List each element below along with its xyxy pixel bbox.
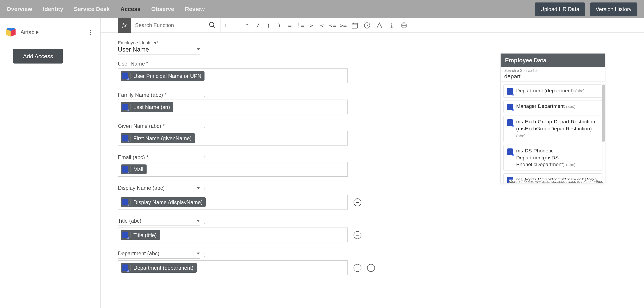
type-tag: (abc) bbox=[575, 89, 585, 93]
source-icon bbox=[122, 72, 128, 79]
field-select[interactable]: Title (abc) bbox=[118, 218, 200, 226]
info-icon[interactable] bbox=[386, 18, 398, 33]
result-text: ms-DS-Phonetic-Department(msDS-PhoneticD… bbox=[516, 148, 599, 168]
source-icon bbox=[122, 265, 128, 271]
mapping-fields: Employee Identifier* User Name User Name… bbox=[100, 33, 470, 291]
result-item[interactable]: ms-Exch-Group-Depart-Restriction (msExch… bbox=[504, 116, 602, 142]
source-chip[interactable]: Last Name (sn) bbox=[121, 102, 173, 112]
op-neq[interactable]: != bbox=[295, 22, 306, 28]
op-eq[interactable]: = bbox=[284, 22, 295, 28]
field-input[interactable]: Display Name (displayName) bbox=[118, 195, 348, 210]
op-gt[interactable]: > bbox=[306, 22, 316, 28]
tab-identity[interactable]: Identity bbox=[43, 6, 63, 12]
source-row[interactable]: Airtable bbox=[0, 22, 100, 41]
remove-button[interactable]: − bbox=[354, 264, 362, 272]
field-label: Title (abc) bbox=[118, 218, 142, 224]
scrollbar[interactable] bbox=[602, 84, 605, 142]
remove-button[interactable]: − bbox=[354, 198, 362, 206]
add-access-button[interactable]: Add Access bbox=[13, 49, 63, 64]
tab-observe[interactable]: Observe bbox=[151, 6, 174, 12]
calendar-icon[interactable] bbox=[348, 18, 361, 33]
chevron-down-icon bbox=[197, 48, 200, 50]
op-gte[interactable]: >= bbox=[338, 22, 348, 28]
result-item[interactable]: Manager Department (abc) bbox=[504, 100, 602, 113]
chip-text: Display Name (displayName) bbox=[134, 199, 203, 205]
chip-text: Mail bbox=[134, 166, 143, 172]
search-function-input[interactable] bbox=[131, 22, 220, 28]
source-icon bbox=[507, 104, 513, 110]
panel-title: Employee Data bbox=[501, 54, 605, 67]
operators: + - * / ( ) = != > < <= >= bbox=[220, 22, 348, 28]
panel-more-hint: More attributes available, continue typi… bbox=[509, 180, 603, 183]
field-label: User Name * bbox=[118, 61, 200, 67]
upload-hr-data-button[interactable]: Upload HR Data bbox=[535, 2, 585, 16]
source-icon bbox=[122, 199, 128, 205]
field-input[interactable]: First Name (givenName) bbox=[118, 131, 348, 146]
field-label: Display Name (abc) bbox=[118, 185, 165, 191]
source-chip[interactable]: Title (title) bbox=[121, 230, 160, 240]
tab-access[interactable]: Access bbox=[120, 6, 140, 12]
chip-text: Title (title) bbox=[134, 232, 157, 238]
panel-results: Department (department) (abc)Manager Dep… bbox=[501, 82, 605, 183]
field-input[interactable]: Title (title) bbox=[118, 228, 348, 243]
source-chip[interactable]: Display Name (displayName) bbox=[121, 197, 206, 207]
result-item[interactable]: Department (department) (abc) bbox=[504, 84, 602, 98]
op-mult[interactable]: * bbox=[242, 22, 252, 28]
field-input[interactable]: Mail bbox=[118, 162, 348, 177]
chip-text: First Name (givenName) bbox=[134, 135, 192, 141]
chip-text: User Principal Name or UPN bbox=[134, 73, 201, 79]
source-chip[interactable]: User Principal Name or UPN bbox=[121, 71, 204, 81]
tab-service-desk[interactable]: Service Desk bbox=[74, 6, 110, 12]
tab-overview[interactable]: Overview bbox=[6, 6, 32, 12]
remove-button[interactable]: − bbox=[354, 231, 362, 239]
field-select[interactable]: Department (abc) bbox=[118, 251, 200, 259]
version-history-button[interactable]: Version History bbox=[590, 2, 637, 16]
op-rparen[interactable]: ) bbox=[274, 22, 284, 28]
op-plus[interactable]: + bbox=[220, 22, 231, 28]
source-chip[interactable]: First Name (givenName) bbox=[121, 133, 195, 143]
field-colon: : bbox=[204, 251, 206, 258]
field-row: Department (abc):Department (department)… bbox=[118, 251, 453, 275]
panel-search[interactable]: Search a Source field... bbox=[501, 67, 605, 82]
clock-icon[interactable] bbox=[361, 18, 374, 33]
fx-button[interactable]: fx bbox=[118, 18, 131, 33]
chip-text: Last Name (sn) bbox=[134, 104, 170, 110]
globe-icon[interactable] bbox=[398, 18, 410, 33]
add-button[interactable]: + bbox=[367, 264, 375, 272]
field-colon: : bbox=[204, 154, 206, 160]
field-input[interactable]: User Principal Name or UPN bbox=[118, 68, 348, 83]
tab-review[interactable]: Review bbox=[185, 6, 205, 12]
field-row: Title (abc):Title (title)− bbox=[118, 218, 453, 242]
chevron-down-icon bbox=[197, 220, 200, 222]
op-lparen[interactable]: ( bbox=[263, 22, 274, 28]
op-lt[interactable]: < bbox=[316, 22, 327, 28]
emp-id-label: Employee Identifier* bbox=[118, 40, 453, 45]
op-minus[interactable]: - bbox=[231, 22, 242, 28]
field-label: Department (abc) bbox=[118, 251, 160, 257]
emp-id-value: User Name bbox=[118, 46, 149, 53]
panel-search-input[interactable] bbox=[504, 73, 602, 79]
result-text: Department (department) (abc) bbox=[516, 87, 584, 94]
chevron-down-icon bbox=[197, 187, 200, 189]
field-row: User Name *User Principal Name or UPN bbox=[118, 61, 453, 83]
op-div[interactable]: / bbox=[252, 22, 263, 28]
field-row: Email (abc) *:Mail bbox=[118, 154, 453, 177]
svg-line-8 bbox=[367, 25, 368, 26]
source-name: Airtable bbox=[20, 29, 82, 35]
field-label: Family Name (abc) * bbox=[118, 92, 200, 98]
chip-text: Department (department) bbox=[134, 265, 194, 271]
source-menu-icon[interactable] bbox=[86, 27, 96, 37]
search-function[interactable] bbox=[131, 18, 220, 33]
result-item[interactable]: ms-DS-Phonetic-Department(msDS-PhoneticD… bbox=[504, 145, 602, 171]
source-chip[interactable]: Department (department) bbox=[121, 263, 197, 273]
sidebar: Airtable Add Access bbox=[0, 18, 100, 308]
text-icon[interactable] bbox=[373, 18, 386, 33]
emp-id-select[interactable]: User Name bbox=[118, 46, 200, 55]
op-lte[interactable]: <= bbox=[327, 22, 338, 28]
source-chip[interactable]: Mail bbox=[121, 164, 146, 174]
field-select[interactable]: Display Name (abc) bbox=[118, 185, 200, 193]
type-tag: (abc) bbox=[566, 162, 576, 167]
chevron-down-icon bbox=[197, 253, 200, 255]
field-input[interactable]: Last Name (sn) bbox=[118, 100, 348, 115]
field-input[interactable]: Department (department) bbox=[118, 260, 348, 275]
